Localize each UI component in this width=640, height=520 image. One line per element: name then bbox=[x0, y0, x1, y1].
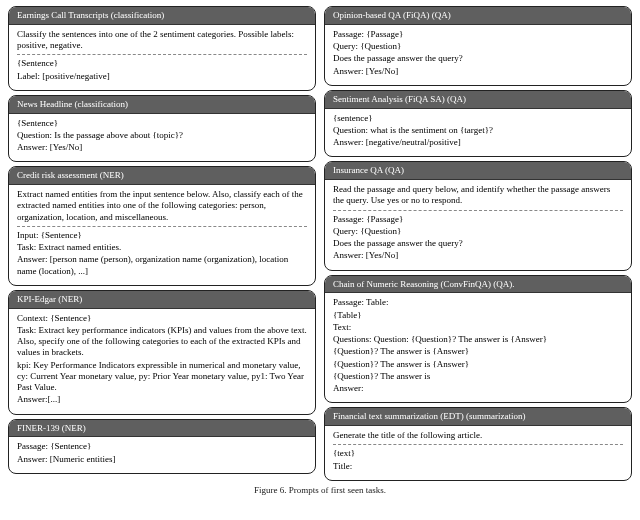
card-line: Answer:[...] bbox=[17, 394, 307, 405]
prompt-card: Credit risk assessment (NER)Extract name… bbox=[8, 166, 316, 286]
section-divider bbox=[333, 444, 623, 445]
card-line: Read the passage and query below, and id… bbox=[333, 184, 623, 207]
figure-caption: Figure 6. Prompts of first seen tasks. bbox=[8, 485, 632, 495]
card-line: {Sentence} bbox=[17, 58, 307, 69]
card-line: Title: bbox=[333, 461, 623, 472]
prompt-card: News Headline (classification){Sentence}… bbox=[8, 95, 316, 163]
card-body: Context: {Sentence}Task: Extract key per… bbox=[9, 309, 315, 414]
card-section: {text}Title: bbox=[333, 448, 623, 472]
card-line: Answer: [Yes/No] bbox=[333, 66, 623, 77]
prompt-card: Insurance QA (QA)Read the passage and qu… bbox=[324, 161, 632, 270]
card-body: {Sentence}Question: Is the passage above… bbox=[9, 114, 315, 162]
prompt-card: Opinion-based QA (FiQA) (QA)Passage: {Pa… bbox=[324, 6, 632, 86]
card-line: Answer: [negative/neutral/positive] bbox=[333, 137, 623, 148]
card-section: Context: {Sentence}Task: Extract key per… bbox=[17, 313, 307, 406]
card-section: Extract named entities from the input se… bbox=[17, 189, 307, 223]
card-line: Extract named entities from the input se… bbox=[17, 189, 307, 223]
prompt-card: Financial text summarization (EDT) (summ… bbox=[324, 407, 632, 481]
card-line: {Question}? The answer is bbox=[333, 371, 623, 382]
card-line: Label: [positive/negative] bbox=[17, 71, 307, 82]
card-section: Input: {Sentence}Task: Extract named ent… bbox=[17, 230, 307, 277]
columns-wrapper: Earnings Call Transcripts (classificatio… bbox=[8, 6, 632, 481]
card-line: Answer: [Yes/No] bbox=[333, 250, 623, 261]
card-line: kpi: Key Performance Indicators expressi… bbox=[17, 360, 307, 394]
card-title: News Headline (classification) bbox=[9, 96, 315, 114]
prompt-card: Sentiment Analysis (FiQA SA) (QA){senten… bbox=[324, 90, 632, 158]
card-section: {Sentence}Label: [positive/negative] bbox=[17, 58, 307, 82]
card-body: Passage: Table:{Table}Text:Questions: Qu… bbox=[325, 293, 631, 402]
card-title: Earnings Call Transcripts (classificatio… bbox=[9, 7, 315, 25]
card-line: {Question}? The answer is {Answer} bbox=[333, 346, 623, 357]
card-line: Context: {Sentence} bbox=[17, 313, 307, 324]
prompt-card: FINER-139 (NER)Passage: {Sentence}Answer… bbox=[8, 419, 316, 474]
card-line: Generate the title of the following arti… bbox=[333, 430, 623, 441]
card-body: Passage: {Sentence}Answer: [Numeric enti… bbox=[9, 437, 315, 473]
card-title: FINER-139 (NER) bbox=[9, 420, 315, 438]
card-line: Text: bbox=[333, 322, 623, 333]
card-line: Passage: {Passage} bbox=[333, 29, 623, 40]
card-title: Sentiment Analysis (FiQA SA) (QA) bbox=[325, 91, 631, 109]
card-section: Read the passage and query below, and id… bbox=[333, 184, 623, 207]
card-line: Task: Extract named entities. bbox=[17, 242, 307, 253]
card-body: Read the passage and query below, and id… bbox=[325, 180, 631, 270]
card-title: Credit risk assessment (NER) bbox=[9, 167, 315, 185]
prompt-card: Earnings Call Transcripts (classificatio… bbox=[8, 6, 316, 91]
card-line: Answer: [Numeric entities] bbox=[17, 454, 307, 465]
card-line: Passage: Table: bbox=[333, 297, 623, 308]
card-line: Query: {Question} bbox=[333, 41, 623, 52]
card-line: Questions: Question: {Question}? The ans… bbox=[333, 334, 623, 345]
card-line: {Sentence} bbox=[17, 118, 307, 129]
card-line: Classify the sentences into one of the 2… bbox=[17, 29, 307, 52]
card-line: Answer: [person name (person), organizat… bbox=[17, 254, 307, 277]
card-body: Classify the sentences into one of the 2… bbox=[9, 25, 315, 90]
card-section: {Sentence}Question: Is the passage above… bbox=[17, 118, 307, 154]
card-body: Passage: {Passage}Query: {Question}Does … bbox=[325, 25, 631, 85]
prompt-card: KPI-Edgar (NER)Context: {Sentence}Task: … bbox=[8, 290, 316, 415]
card-section: Passage: {Sentence}Answer: [Numeric enti… bbox=[17, 441, 307, 465]
card-line: Does the passage answer the query? bbox=[333, 238, 623, 249]
card-body: {sentence}Question: what is the sentimen… bbox=[325, 109, 631, 157]
card-line: {Question}? The answer is {Answer} bbox=[333, 359, 623, 370]
card-section: Passage: Table:{Table}Text:Questions: Qu… bbox=[333, 297, 623, 394]
card-section: Generate the title of the following arti… bbox=[333, 430, 623, 441]
card-title: Opinion-based QA (FiQA) (QA) bbox=[325, 7, 631, 25]
card-section: Passage: {Passage}Query: {Question}Does … bbox=[333, 29, 623, 77]
card-line: Does the passage answer the query? bbox=[333, 53, 623, 64]
section-divider bbox=[17, 54, 307, 55]
section-divider bbox=[17, 226, 307, 227]
card-section: Passage: {Passage}Query: {Question}Does … bbox=[333, 214, 623, 262]
card-line: {Table} bbox=[333, 310, 623, 321]
card-section: Classify the sentences into one of the 2… bbox=[17, 29, 307, 52]
card-title: Insurance QA (QA) bbox=[325, 162, 631, 180]
card-body: Extract named entities from the input se… bbox=[9, 185, 315, 285]
card-title: KPI-Edgar (NER) bbox=[9, 291, 315, 309]
card-line: Answer: bbox=[333, 383, 623, 394]
card-title: Financial text summarization (EDT) (summ… bbox=[325, 408, 631, 426]
card-line: Question: Is the passage above about {to… bbox=[17, 130, 307, 141]
card-line: Passage: {Passage} bbox=[333, 214, 623, 225]
card-title: Chain of Numeric Reasoning (ConvFinQA) (… bbox=[325, 276, 631, 294]
card-line: Answer: [Yes/No] bbox=[17, 142, 307, 153]
left-column: Earnings Call Transcripts (classificatio… bbox=[8, 6, 316, 481]
card-line: Input: {Sentence} bbox=[17, 230, 307, 241]
card-line: Question: what is the sentiment on {targ… bbox=[333, 125, 623, 136]
card-line: {sentence} bbox=[333, 113, 623, 124]
card-line: {text} bbox=[333, 448, 623, 459]
card-line: Query: {Question} bbox=[333, 226, 623, 237]
card-line: Passage: {Sentence} bbox=[17, 441, 307, 452]
right-column: Opinion-based QA (FiQA) (QA)Passage: {Pa… bbox=[324, 6, 632, 481]
section-divider bbox=[333, 210, 623, 211]
card-section: {sentence}Question: what is the sentimen… bbox=[333, 113, 623, 149]
card-line: Task: Extract key performance indicators… bbox=[17, 325, 307, 359]
card-body: Generate the title of the following arti… bbox=[325, 426, 631, 480]
prompt-card: Chain of Numeric Reasoning (ConvFinQA) (… bbox=[324, 275, 632, 404]
